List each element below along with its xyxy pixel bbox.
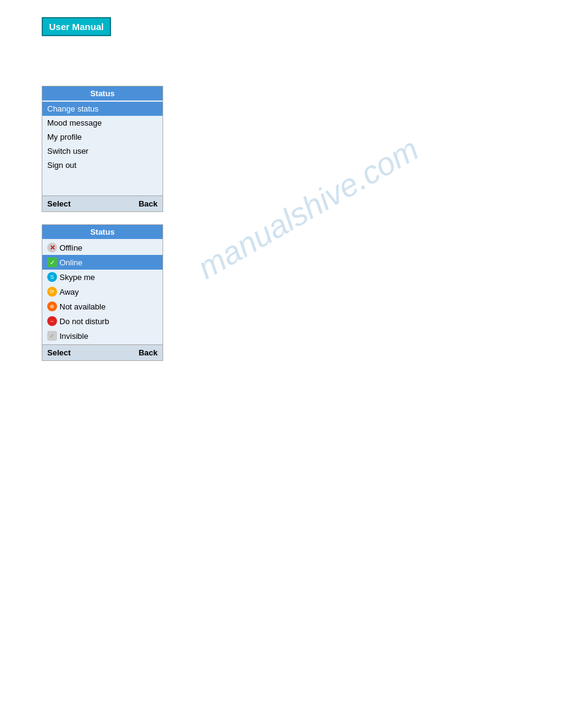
menu-item-change-status[interactable]: Change status [42, 102, 163, 116]
menu-item-away[interactable]: ⟳ Away [42, 284, 163, 299]
panel2-footer: Select Back [42, 344, 163, 360]
panel2-header: Status [42, 225, 163, 239]
online-icon: ✓ [47, 257, 57, 267]
panel2-back-button[interactable]: Back [139, 348, 158, 357]
status-menu-panel-1: Status Change status Mood message My pro… [42, 86, 163, 212]
status-menu-panel-2: Status ✕ Offline ✓ Online S Skype me ⟳ A… [42, 224, 163, 361]
invisible-label: Invisible [59, 332, 88, 341]
invisible-icon: ✓ [47, 331, 57, 341]
panel1-spacer [42, 173, 163, 195]
panels-container: Status Change status Mood message My pro… [42, 86, 163, 361]
mood-message-label: Mood message [47, 118, 102, 127]
watermark: manualshive.com [191, 131, 424, 286]
offline-icon: ✕ [47, 243, 57, 252]
sign-out-label: Sign out [47, 161, 77, 170]
change-status-label: Change status [47, 104, 99, 113]
panel1-footer: Select Back [42, 195, 163, 211]
skypeme-icon: S [47, 272, 57, 282]
offline-label: Offline [59, 243, 82, 252]
away-icon: ⟳ [47, 287, 57, 297]
menu-item-skypeme[interactable]: S Skype me [42, 270, 163, 284]
menu-item-do-not-disturb[interactable]: – Do not disturb [42, 314, 163, 328]
not-available-icon: ⊗ [47, 301, 57, 311]
away-label: Away [59, 287, 79, 297]
menu-item-offline[interactable]: ✕ Offline [42, 240, 163, 255]
panel1-items-list: Change status Mood message My profile Sw… [42, 100, 163, 173]
menu-item-invisible[interactable]: ✓ Invisible [42, 328, 163, 343]
do-not-disturb-icon: – [47, 316, 57, 326]
panel1-header: Status [42, 86, 163, 100]
online-label: Online [59, 258, 83, 267]
switch-user-label: Switch user [47, 146, 88, 156]
my-profile-label: My profile [47, 132, 82, 142]
panel1-back-button[interactable]: Back [139, 199, 158, 208]
do-not-disturb-label: Do not disturb [59, 317, 109, 326]
panel2-items-list: ✕ Offline ✓ Online S Skype me ⟳ Away ⊗ N… [42, 239, 163, 344]
panel2-select-button[interactable]: Select [47, 348, 71, 357]
user-manual-badge: User Manual [42, 17, 111, 36]
menu-item-not-available[interactable]: ⊗ Not available [42, 299, 163, 314]
skypeme-label: Skype me [59, 273, 95, 282]
not-available-label: Not available [59, 302, 105, 311]
menu-item-online[interactable]: ✓ Online [42, 255, 163, 270]
panel1-select-button[interactable]: Select [47, 199, 71, 208]
menu-item-sign-out[interactable]: Sign out [42, 158, 163, 172]
menu-item-switch-user[interactable]: Switch user [42, 144, 163, 158]
menu-item-mood-message[interactable]: Mood message [42, 116, 163, 130]
menu-item-my-profile[interactable]: My profile [42, 130, 163, 144]
